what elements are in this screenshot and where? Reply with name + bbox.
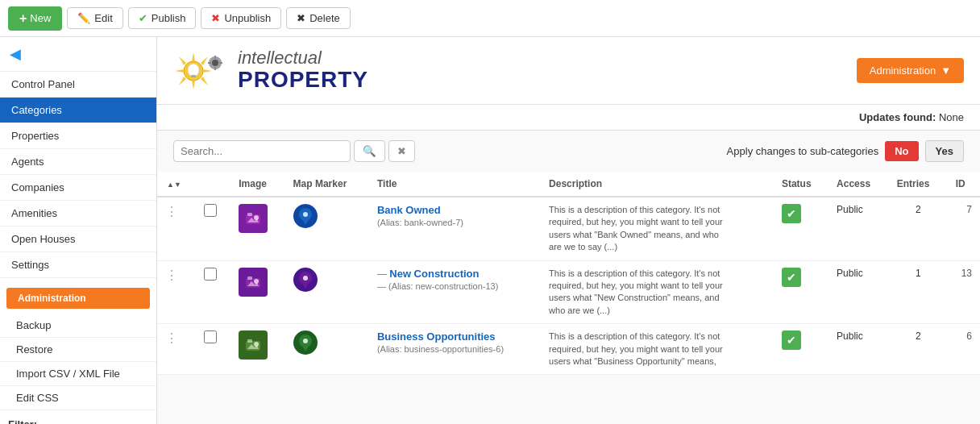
svg-marker-2 bbox=[192, 81, 195, 89]
row-entries-value: 2 bbox=[916, 330, 921, 342]
row-id-value: 7 bbox=[966, 204, 972, 215]
map-pin-icon bbox=[298, 334, 313, 351]
sidebar-item-companies[interactable]: Companies bbox=[0, 175, 156, 201]
drag-dots-icon: ⋮ bbox=[165, 268, 178, 282]
x-icon: ✖ bbox=[211, 12, 220, 24]
row-alias: (Alias: business-opportunities-6) bbox=[377, 344, 533, 354]
sidebar-item-categories[interactable]: Categories bbox=[0, 98, 156, 123]
row-select-checkbox[interactable] bbox=[204, 204, 217, 217]
sidebar-item-edit-css[interactable]: Edit CSS bbox=[0, 386, 156, 410]
row-access-cell: Public bbox=[828, 260, 889, 324]
sidebar-item-restore[interactable]: Restore bbox=[0, 338, 156, 362]
row-image-cell bbox=[230, 197, 284, 260]
col-checkbox bbox=[196, 172, 230, 197]
toggle-no-button[interactable]: No bbox=[885, 141, 918, 161]
row-status-cell[interactable]: ✔ bbox=[774, 197, 828, 260]
sidebar-item-settings[interactable]: Settings bbox=[0, 252, 156, 278]
row-entries-value: 1 bbox=[916, 268, 921, 279]
search-button[interactable]: 🔍 bbox=[354, 140, 385, 162]
row-checkbox-cell[interactable] bbox=[196, 324, 230, 375]
status-toggle-button[interactable]: ✔ bbox=[782, 268, 801, 287]
clear-icon: ✖ bbox=[397, 145, 406, 157]
toggle-yes-button[interactable]: Yes bbox=[925, 140, 964, 162]
sidebar-item-backup[interactable]: Backup bbox=[0, 314, 156, 338]
row-title-cell: — New Construction — (Alias: new-constru… bbox=[369, 260, 541, 324]
row-title-link[interactable]: Bank Owned bbox=[377, 204, 441, 216]
map-pin-icon bbox=[298, 271, 313, 289]
search-input[interactable] bbox=[173, 140, 351, 162]
col-access: Access bbox=[828, 172, 889, 197]
row-checkbox-cell[interactable] bbox=[196, 197, 230, 260]
sidebar-back-button[interactable]: ◀ bbox=[0, 37, 156, 72]
row-image-cell bbox=[230, 260, 284, 324]
status-toggle-button[interactable]: ✔ bbox=[782, 330, 801, 350]
row-drag-handle[interactable]: ⋮ bbox=[157, 260, 196, 324]
edit-button[interactable]: ✏️ Edit bbox=[67, 7, 122, 29]
row-entries-cell: 2 bbox=[889, 197, 948, 260]
drag-dots-icon: ⋮ bbox=[165, 205, 178, 218]
status-toggle-button[interactable]: ✔ bbox=[782, 204, 801, 223]
svg-rect-15 bbox=[208, 62, 211, 64]
back-arrow-icon: ◀ bbox=[10, 46, 21, 62]
row-status-cell[interactable]: ✔ bbox=[774, 260, 828, 324]
row-description: This is a description of this category. … bbox=[549, 330, 726, 368]
row-status-cell[interactable]: ✔ bbox=[774, 324, 828, 375]
svg-marker-29 bbox=[301, 282, 309, 289]
unpublish-button[interactable]: ✖ Unpublish bbox=[201, 7, 281, 29]
row-id-cell: 13 bbox=[948, 260, 980, 324]
svg-rect-16 bbox=[219, 62, 222, 64]
svg-rect-18 bbox=[247, 213, 252, 216]
row-access-value: Public bbox=[837, 330, 863, 342]
col-image: Image bbox=[230, 172, 284, 197]
search-wrap: 🔍 ✖ bbox=[173, 140, 415, 162]
drag-dots-icon: ⋮ bbox=[165, 331, 178, 345]
check-icon: ✔ bbox=[139, 12, 147, 24]
filter-label: Filter: bbox=[0, 410, 156, 424]
sort-arrows-icon: ▲▼ bbox=[167, 181, 181, 189]
svg-marker-8 bbox=[179, 77, 186, 85]
sidebar: ◀ Control Panel Categories Properties Ag… bbox=[0, 37, 157, 424]
main-content: intellectual PROPERTY Administration ▼ U… bbox=[157, 37, 980, 424]
table-row: ⋮ bbox=[157, 324, 980, 375]
table-controls: 🔍 ✖ Apply changes to sub-categories No Y… bbox=[157, 131, 980, 172]
indent-dash: — bbox=[377, 268, 389, 280]
svg-point-9 bbox=[188, 64, 199, 77]
edit-icon: ✏️ bbox=[77, 12, 90, 24]
row-description-cell: This is a description of this category. … bbox=[541, 197, 774, 260]
row-select-checkbox[interactable] bbox=[204, 268, 217, 281]
row-title-link[interactable]: New Construction bbox=[389, 268, 479, 280]
subcategory-toggle: Apply changes to sub-categories No Yes bbox=[727, 140, 964, 162]
publish-button[interactable]: ✔ Publish bbox=[128, 7, 197, 29]
row-drag-handle[interactable]: ⋮ bbox=[157, 197, 196, 260]
delete-button[interactable]: ✖ Delete bbox=[286, 7, 351, 29]
row-description: This is a description of this category. … bbox=[549, 204, 726, 254]
sidebar-item-amenities[interactable]: Amenities bbox=[0, 201, 156, 227]
new-button[interactable]: + New bbox=[8, 6, 62, 31]
image-icon bbox=[244, 336, 262, 354]
col-entries: Entries bbox=[889, 172, 948, 197]
admin-section-label[interactable]: Administration bbox=[6, 288, 150, 309]
row-title-cell: Bank Owned (Alias: bank-owned-7) bbox=[369, 197, 541, 260]
sidebar-item-control-panel[interactable]: Control Panel bbox=[0, 72, 156, 98]
row-entries-cell: 2 bbox=[889, 324, 948, 375]
row-checkbox-cell[interactable] bbox=[196, 260, 230, 324]
row-description-cell: This is a description of this category. … bbox=[541, 260, 774, 324]
svg-marker-4 bbox=[203, 69, 212, 73]
row-select-checkbox[interactable] bbox=[204, 330, 217, 343]
svg-point-37 bbox=[303, 339, 308, 343]
clear-search-button[interactable]: ✖ bbox=[388, 140, 415, 162]
row-title-link[interactable]: Business Opportunities bbox=[377, 330, 496, 343]
svg-marker-1 bbox=[192, 52, 195, 61]
row-drag-handle[interactable]: ⋮ bbox=[157, 324, 196, 375]
svg-rect-10 bbox=[191, 75, 196, 77]
svg-marker-5 bbox=[179, 56, 186, 65]
sidebar-item-agents[interactable]: Agents bbox=[0, 149, 156, 175]
sidebar-item-open-houses[interactable]: Open Houses bbox=[0, 227, 156, 252]
row-map-marker-cell bbox=[285, 324, 369, 375]
sidebar-item-properties[interactable]: Properties bbox=[0, 123, 156, 149]
sidebar-item-import-csv[interactable]: Import CSV / XML File bbox=[0, 362, 156, 386]
row-alias: — (Alias: new-construction-13) bbox=[377, 281, 533, 291]
svg-rect-13 bbox=[214, 56, 216, 59]
row-title-cell: Business Opportunities (Alias: business-… bbox=[369, 324, 541, 375]
admin-button[interactable]: Administration ▼ bbox=[857, 58, 964, 83]
